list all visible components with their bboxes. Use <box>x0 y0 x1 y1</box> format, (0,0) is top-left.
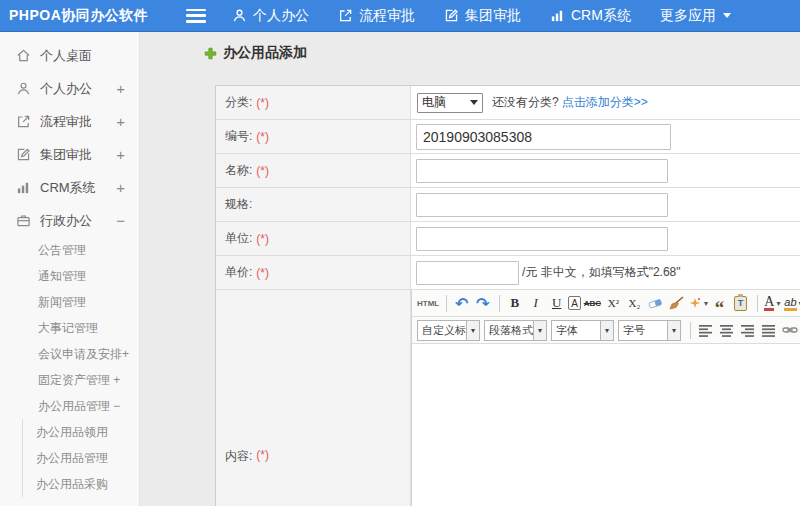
align-justify-button[interactable] <box>759 320 778 340</box>
sidebar-subitem-notice[interactable]: 通知管理 <box>0 263 139 289</box>
auto-typeset-button[interactable]: ▾ <box>688 293 708 313</box>
sidebar-subsubitem-supplies-purchase[interactable]: 办公用品采购 <box>23 471 139 497</box>
topbar: PHPOA协同办公软件 个人办公 流程审批 集团审批 CRM系统 更多应用 <box>0 0 800 32</box>
strikethrough-button[interactable]: ABC <box>583 293 602 313</box>
app-window: PHPOA协同办公软件 个人办公 流程审批 集团审批 CRM系统 更多应用 <box>0 0 800 506</box>
form-row-spec: 规格: <box>216 188 800 222</box>
required-mark: (*) <box>256 232 269 246</box>
redo-button[interactable]: ↷ <box>473 293 492 313</box>
sidebar-subitem-office-supplies[interactable]: 办公用品管理 − <box>0 393 139 419</box>
spec-input[interactable] <box>416 193 668 217</box>
dropdown-label: 段落格式 <box>485 323 533 338</box>
office-supplies-submenu: 办公用品领用 办公用品管理 办公用品采购 <box>22 419 139 497</box>
nav-group-approval[interactable]: 集团审批 <box>444 7 521 25</box>
blockquote-button[interactable]: “ <box>710 293 729 313</box>
sidebar-subitem-events[interactable]: 大事记管理 <box>0 315 139 341</box>
align-left-button[interactable] <box>696 320 715 340</box>
paragraph-format-select[interactable]: 段落格式 ▾ <box>484 320 547 341</box>
nav-crm[interactable]: CRM系统 <box>550 7 631 25</box>
category-select[interactable]: 电脑 <box>417 93 483 113</box>
add-category-link[interactable]: 点击添加分类>> <box>562 94 648 111</box>
sidebar: 个人桌面 个人办公 + 流程审批 + 集团审批 + CRM系统 + 行政办公 − <box>0 32 140 506</box>
page-title-text: 办公用品添加 <box>223 44 307 62</box>
nav-label: 集团审批 <box>465 7 521 25</box>
sidebar-subsubitem-supplies-manage[interactable]: 办公用品管理 <box>23 445 139 471</box>
price-input[interactable] <box>416 261 519 285</box>
main-content: 办公用品添加 分类: (*) 电脑 还没有分类? 点击添加分类>> <box>140 32 800 506</box>
content-value-cell: HTML ↶ ↷ B I U A ABC X² X₂ <box>411 290 800 506</box>
superscript-button[interactable]: X² <box>604 293 623 313</box>
align-right-icon <box>740 324 755 337</box>
code-value-cell <box>411 120 800 153</box>
subscript-button[interactable]: X₂ <box>625 293 644 313</box>
add-icon <box>204 47 217 60</box>
sidebar-item-label: 流程审批 <box>40 113 92 131</box>
sidebar-subitem-fixed-assets[interactable]: 固定资产管理 + <box>0 367 139 393</box>
menu-toggle-icon[interactable] <box>186 9 206 23</box>
sidebar-subitem-announcement[interactable]: 公告管理 <box>0 237 139 263</box>
format-brush-button[interactable] <box>667 293 686 313</box>
html-source-button[interactable]: HTML <box>417 293 439 313</box>
sidebar-item-crm[interactable]: CRM系统 + <box>0 171 139 204</box>
italic-button[interactable]: I <box>526 293 545 313</box>
toolbar-separator <box>446 295 447 312</box>
paste-text-button[interactable]: T <box>731 293 750 313</box>
required-mark: (*) <box>256 164 269 178</box>
eraser-icon <box>647 296 663 310</box>
background-color-button[interactable]: ab ▾ <box>784 293 800 313</box>
content-label: 内容: (*) <box>216 290 411 506</box>
chevron-down-icon: ▾ <box>466 321 479 340</box>
sidebar-item-workflow-approval[interactable]: 流程审批 + <box>0 105 139 138</box>
align-center-button[interactable] <box>717 320 736 340</box>
font-border-button[interactable]: A <box>568 296 581 310</box>
nav-workflow-approval[interactable]: 流程审批 <box>338 7 415 25</box>
undo-button[interactable]: ↶ <box>452 293 471 313</box>
required-mark: (*) <box>256 448 269 462</box>
home-icon <box>16 48 31 63</box>
sidebar-item-admin-office[interactable]: 行政办公 − <box>0 204 139 237</box>
expand-sign: + <box>116 113 125 130</box>
underline-button[interactable]: U <box>547 293 566 313</box>
nav-label: 更多应用 <box>660 7 716 25</box>
expand-sign: + <box>116 179 125 196</box>
insert-link-button[interactable] <box>780 320 799 340</box>
toolbar-separator <box>690 322 691 339</box>
category-hint: 还没有分类? <box>492 94 559 111</box>
custom-title-select[interactable]: 自定义标题 ▾ <box>417 320 480 341</box>
nav-more-apps[interactable]: 更多应用 <box>660 7 731 25</box>
form-row-name: 名称: (*) <box>216 154 800 188</box>
sidebar-subitem-meeting[interactable]: 会议申请及安排+ <box>0 341 139 367</box>
brush-icon <box>669 296 684 310</box>
chevron-down-icon <box>723 13 731 18</box>
sidebar-item-label: 个人桌面 <box>40 47 92 65</box>
nav-label: 个人办公 <box>253 7 309 25</box>
spec-label: 规格: <box>216 188 411 221</box>
font-color-button[interactable]: A ▾ <box>763 293 782 313</box>
form-row-price: 单价: (*) /元 非中文，如填写格式"2.68" <box>216 256 800 290</box>
required-mark: (*) <box>256 266 269 280</box>
align-left-icon <box>698 324 713 337</box>
editor-toolbar-row2: 自定义标题 ▾ 段落格式 ▾ 字体 ▾ <box>412 317 800 344</box>
name-input[interactable] <box>416 159 668 183</box>
sidebar-item-personal-office[interactable]: 个人办公 + <box>0 72 139 105</box>
sidebar-subitem-news[interactable]: 新闻管理 <box>0 289 139 315</box>
unit-value-cell <box>411 222 800 255</box>
supplies-add-form: 分类: (*) 电脑 还没有分类? 点击添加分类>> 编号: (*) <box>215 85 800 506</box>
align-right-button[interactable] <box>738 320 757 340</box>
code-input[interactable] <box>416 124 671 150</box>
bold-button[interactable]: B <box>505 293 524 313</box>
chart-icon <box>550 8 565 23</box>
sidebar-item-group-approval[interactable]: 集团审批 + <box>0 138 139 171</box>
editor-content[interactable] <box>412 344 800 506</box>
label-text: 名称: <box>225 162 252 179</box>
sidebar-subsubitem-supplies-claim[interactable]: 办公用品领用 <box>23 419 139 445</box>
sidebar-item-desktop[interactable]: 个人桌面 <box>0 39 139 72</box>
briefcase-icon <box>16 213 31 228</box>
remove-format-button[interactable] <box>646 293 665 313</box>
chevron-down-icon: ▾ <box>776 299 780 308</box>
nav-personal-office[interactable]: 个人办公 <box>232 7 309 25</box>
unit-input[interactable] <box>416 227 668 251</box>
form-row-unit: 单位: (*) <box>216 222 800 256</box>
font-family-select[interactable]: 字体 ▾ <box>551 320 614 341</box>
font-size-select[interactable]: 字号 ▾ <box>618 320 681 341</box>
